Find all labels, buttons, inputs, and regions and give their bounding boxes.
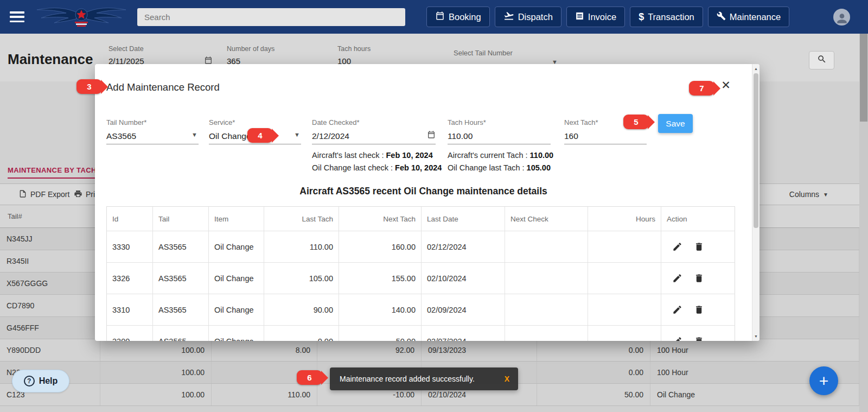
- snackbar: Maintenance record added successfully. X: [330, 367, 518, 390]
- receipt-icon: [575, 11, 584, 23]
- nav-button-label: Invoice: [588, 12, 616, 22]
- number-of-days-field[interactable]: Number of days 365: [227, 45, 324, 66]
- nav-button-label: Transaction: [648, 12, 694, 22]
- service-label: Service*: [209, 118, 301, 126]
- cell: 09/13/2023: [422, 339, 537, 361]
- columns-label: Columns: [789, 190, 819, 199]
- cell: 02/10/2024: [422, 263, 505, 294]
- cell: 3300: [107, 326, 153, 341]
- modal-scrollbar[interactable]: ▲ ▼: [752, 64, 760, 341]
- recent-maintenance-table: Id Tail Item Last Tach Next Tach Last Da…: [106, 206, 735, 341]
- delete-icon[interactable]: [693, 335, 705, 341]
- col-header: Next Check: [505, 207, 588, 231]
- tach-hours-field[interactable]: Tach hours 100: [337, 45, 435, 66]
- pdf-file-icon: [18, 189, 27, 200]
- cell: 3330: [107, 231, 153, 263]
- cell: 02/07/2024: [422, 326, 505, 341]
- tail-number-select[interactable]: Tail Number* AS3565 ▼: [106, 118, 199, 144]
- snackbar-dismiss-button[interactable]: X: [496, 375, 518, 383]
- cell: R345II: [0, 250, 100, 272]
- cell: 3326: [107, 263, 153, 294]
- annotation-3: 3: [76, 79, 102, 94]
- cell: 92.00: [317, 339, 422, 361]
- cell: 02/12/2024: [422, 231, 505, 263]
- cell: 155.00: [339, 263, 422, 294]
- table-row: 3330AS3565Oil Change110.00160.0002/12/20…: [107, 231, 735, 263]
- calendar-icon[interactable]: [427, 130, 436, 141]
- chevron-down-icon: ▼: [192, 131, 197, 138]
- cell: Y890DDD: [0, 339, 100, 361]
- date-checked-value: 2/12/2024: [312, 131, 436, 141]
- save-button[interactable]: Save: [658, 114, 693, 133]
- date-checked-field[interactable]: Date Checked* 2/12/2024: [312, 118, 436, 144]
- dollar-icon: $: [639, 11, 644, 23]
- add-maintenance-record-dialog: Add Maintenance Record ✕ Tail Number* AS…: [95, 64, 760, 341]
- edit-icon[interactable]: [671, 241, 683, 253]
- hamburger-menu-icon[interactable]: [10, 11, 24, 22]
- columns-dropdown[interactable]: Columns ▼: [789, 184, 828, 205]
- tach-hours-value: 110.00: [448, 131, 551, 141]
- tail-number-label: Tail Number*: [106, 118, 199, 126]
- cell: X567GGGG: [0, 272, 100, 294]
- nav-transaction-button[interactable]: $ Transaction: [630, 7, 703, 27]
- cell: 100 Hour: [650, 339, 859, 361]
- annotation-4: 4: [247, 128, 273, 143]
- cell: AS3565: [153, 231, 209, 263]
- page-title: Maintenance: [8, 51, 93, 68]
- nav-dispatch-button[interactable]: Dispatch: [495, 7, 561, 27]
- page-scrollbar-thumb[interactable]: [860, 34, 867, 122]
- aircraft-current-tach-info: Aircraft's current Tach :110.00: [448, 151, 553, 160]
- delete-icon[interactable]: [693, 304, 705, 316]
- nav-buttons: Booking Dispatch Invoice $ Transaction M…: [426, 7, 789, 27]
- scroll-up-icon[interactable]: ▲: [752, 65, 760, 73]
- scrollbar-thumb[interactable]: [754, 73, 758, 228]
- cell: 0.00: [537, 339, 650, 361]
- cell: [588, 294, 661, 326]
- search-input[interactable]: [144, 12, 398, 22]
- select-date-label: Select Date: [108, 45, 213, 53]
- pdf-export-button[interactable]: PDF Export: [18, 184, 69, 205]
- nav-maintenance-button[interactable]: Maintenance: [708, 7, 789, 27]
- user-avatar-icon[interactable]: [833, 9, 850, 26]
- cell: 90.00: [264, 294, 339, 326]
- search-button[interactable]: [809, 51, 834, 69]
- delete-icon[interactable]: [693, 272, 705, 284]
- cell: 100.00: [100, 339, 212, 361]
- cell: 160.00: [339, 231, 422, 263]
- date-checked-label: Date Checked*: [312, 118, 436, 126]
- nav-invoice-button[interactable]: Invoice: [566, 7, 625, 27]
- tach-hours-input[interactable]: Tach Hours* 110.00: [448, 118, 551, 144]
- col-header-tail: Tail#: [0, 205, 100, 227]
- help-label: Help: [39, 376, 58, 386]
- select-date-field[interactable]: Select Date 2/11/2025: [108, 45, 213, 66]
- cell: 0.00: [264, 326, 339, 341]
- edit-icon[interactable]: [671, 272, 683, 284]
- col-header: Next Tach: [339, 207, 422, 231]
- add-record-fab[interactable]: +: [809, 366, 838, 395]
- question-icon: ?: [24, 376, 35, 386]
- edit-icon[interactable]: [671, 304, 683, 316]
- close-icon[interactable]: ✕: [719, 78, 733, 92]
- scroll-down-icon[interactable]: ▼: [752, 332, 760, 340]
- help-button[interactable]: ? Help: [12, 370, 69, 392]
- delete-icon[interactable]: [693, 241, 705, 253]
- tab-maintenance-by-tach[interactable]: MAINTENANCE BY TACH: [8, 166, 97, 179]
- table-row: 3300AS3565Oil Change0.0050.0002/07/2024: [107, 326, 735, 341]
- table-row[interactable]: Y890DDD100.008.0092.0009/13/20230.00100 …: [0, 339, 859, 362]
- annotation-6: 6: [297, 370, 322, 385]
- nav-button-label: Booking: [449, 12, 481, 22]
- nav-button-label: Maintenance: [730, 12, 781, 22]
- nav-booking-button[interactable]: Booking: [426, 7, 490, 27]
- cell: Oil Change: [209, 326, 264, 341]
- search-icon: [817, 54, 827, 66]
- col-header: Id: [107, 207, 153, 231]
- cell: 02/09/2024: [422, 294, 505, 326]
- cell: [505, 326, 588, 341]
- col-header: Action: [661, 207, 735, 231]
- airline-logo: [34, 4, 129, 32]
- edit-icon[interactable]: [671, 335, 683, 341]
- cell: [588, 263, 661, 294]
- page-scrollbar[interactable]: [859, 34, 868, 412]
- table-row: 3326AS3565Oil Change105.00155.0002/10/20…: [107, 263, 735, 294]
- select-tail-number-dropdown[interactable]: Select Tail Number ▼: [454, 49, 558, 57]
